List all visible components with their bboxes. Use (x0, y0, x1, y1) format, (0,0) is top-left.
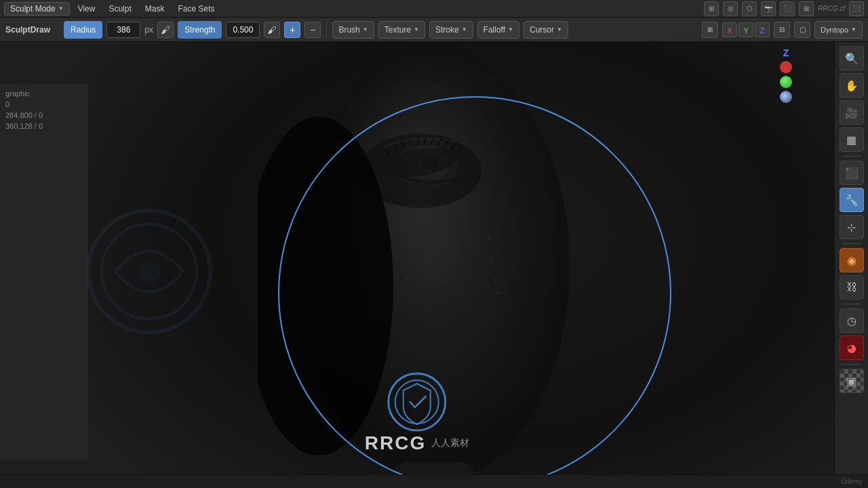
wrench-icon: 🔧 (845, 194, 859, 207)
svg-point-41 (500, 268, 503, 270)
tool-name-label: SculptDraw (5, 25, 60, 35)
toolbar: SculptDraw Radius px 🖌 Strength 🖌 + − Br… (0, 18, 868, 42)
svg-point-31 (406, 278, 409, 281)
symmetry-icon[interactable]: ⊞ (702, 22, 718, 38)
strength-label: Strength (184, 25, 215, 35)
svg-point-44 (487, 285, 490, 288)
link-icon: ⛓ (846, 281, 857, 293)
right-sidebar: 🔍 ✋ 🎥 ▦ ⬛ 🔧 ⊹ ◉ ⛓ ◷ ◕ ▣ (834, 42, 868, 474)
camera-btn[interactable]: 🎥 (840, 100, 864, 125)
svg-point-38 (486, 237, 490, 241)
camera-icon: 🎥 (845, 106, 859, 119)
grid-view-btn[interactable]: ▦ (840, 127, 864, 152)
mode-selector[interactable]: Sculpt Mode ▼ (4, 2, 70, 16)
info-coords2: 360,128 / 0 (3, 121, 85, 131)
info-zero: 0 (3, 99, 85, 110)
x-axis-btn[interactable]: X (722, 22, 737, 37)
sidebar-sep1 (842, 156, 862, 157)
wrench-btn[interactable]: 🔧 (840, 188, 864, 212)
dyntopo-button[interactable]: Dyntopo ▼ (814, 21, 863, 39)
hand-icon: ✋ (845, 79, 859, 92)
texture-dropdown[interactable]: Texture ▼ (378, 21, 425, 39)
svg-point-42 (493, 277, 497, 281)
cursor-btn[interactable]: ⊹ (840, 215, 864, 239)
left-panel: graphic 0 284,800 / 0 360,128 / 0 (0, 84, 88, 461)
strength-icon[interactable]: 🖌 (264, 22, 280, 38)
particles-icon: ◕ (847, 342, 856, 354)
options-icon[interactable]: ⊟ (774, 22, 790, 38)
add-btn[interactable]: + (284, 22, 300, 38)
top-icon-4[interactable]: 📷 (761, 1, 776, 16)
mode-caret: ▼ (58, 5, 64, 12)
sidebar-sep2 (842, 243, 862, 244)
radius-label: Radius (71, 25, 96, 35)
top-icon-expand[interactable]: ⬛ (849, 1, 864, 16)
radius-button[interactable]: Radius (64, 21, 102, 39)
falloff-dropdown[interactable]: Falloff ▼ (477, 21, 519, 39)
viewport[interactable]: Z graphic 0 284,800 / 0 360,128 / 0 (0, 42, 834, 474)
clock-btn[interactable]: ◷ (840, 308, 864, 333)
zoom-icon: 🔍 (845, 52, 859, 65)
brush-dropdown[interactable]: Brush ▼ (332, 21, 374, 39)
xyz-row: X Y Z (722, 22, 770, 37)
info-coords1: 284,800 / 0 (3, 110, 85, 121)
menu-view[interactable]: View (73, 3, 101, 15)
radius-input[interactable] (106, 22, 140, 38)
particles-btn[interactable]: ◕ (840, 336, 864, 360)
subtract-btn[interactable]: − (304, 22, 321, 38)
grid-icon: ▦ (846, 134, 856, 146)
sep1 (326, 22, 327, 38)
top-right-icons: ⊞ ◎ ⬡ 📷 ⬛ ⊞ RRCG.cf ⬛ (704, 1, 864, 16)
menu-facesets[interactable]: Face Sets (172, 3, 220, 15)
svg-point-26 (395, 258, 398, 260)
layers-icon: ⬛ (845, 167, 859, 180)
status-bar: Ūdemy (0, 474, 868, 488)
strength-input[interactable] (226, 22, 260, 38)
hand-btn[interactable]: ✋ (840, 73, 864, 98)
stroke-dropdown[interactable]: Stroke ▼ (429, 21, 473, 39)
strength-button[interactable]: Strength (178, 21, 222, 39)
layers-btn[interactable]: ⬛ (840, 161, 864, 185)
menu-sculpt[interactable]: Sculpt (103, 3, 136, 15)
svg-point-45 (477, 291, 479, 294)
svg-point-46 (496, 291, 500, 295)
menu-mask[interactable]: Mask (140, 3, 170, 15)
svg-point-30 (402, 264, 405, 267)
modifier-icon: ◷ (847, 314, 856, 327)
cursor-icon: ⊹ (847, 221, 856, 234)
sidebar-sep3 (842, 304, 862, 304)
viewport-options[interactable]: ▢ (794, 22, 810, 38)
svg-point-32 (399, 288, 401, 291)
mode-label: Sculpt Mode (10, 4, 56, 14)
zoom-btn[interactable]: 🔍 (840, 46, 864, 70)
checker-icon: ▣ (846, 375, 856, 388)
rrcg-top-label: RRCG.cf (818, 5, 845, 12)
top-icon-1[interactable]: ⊞ (704, 1, 719, 16)
status-right: Ūdemy (841, 478, 863, 485)
sphere-btn[interactable]: ◉ (840, 248, 864, 272)
sphere-icon: ◉ (847, 254, 856, 267)
link-btn[interactable]: ⛓ (840, 275, 864, 300)
radius-picker-icon[interactable]: 🖌 (157, 22, 174, 38)
top-icon-2[interactable]: ◎ (723, 1, 738, 16)
y-axis-btn[interactable]: Y (738, 22, 753, 37)
svg-point-39 (497, 247, 500, 250)
svg-rect-2 (393, 462, 475, 474)
top-icon-3[interactable]: ⬡ (742, 1, 757, 16)
top-icon-5[interactable]: ⬛ (780, 1, 795, 16)
z-axis-btn[interactable]: Z (755, 22, 770, 37)
svg-point-40 (490, 258, 494, 261)
top-icon-6[interactable]: ⊞ (799, 1, 814, 16)
sidebar-sep4 (842, 364, 862, 365)
svg-point-43 (484, 271, 486, 274)
top-menu-bar: Sculpt Mode ▼ View Sculpt Mask Face Sets… (0, 0, 868, 18)
cursor-dropdown[interactable]: Cursor ▼ (524, 21, 568, 39)
radius-unit: px (144, 25, 153, 35)
info-graphic: graphic (3, 88, 85, 99)
head-sculpture-svg (258, 42, 610, 474)
toolbar-right: ⊞ X Y Z ⊟ ▢ Dyntopo ▼ (702, 21, 863, 39)
checker-btn[interactable]: ▣ (840, 369, 864, 393)
